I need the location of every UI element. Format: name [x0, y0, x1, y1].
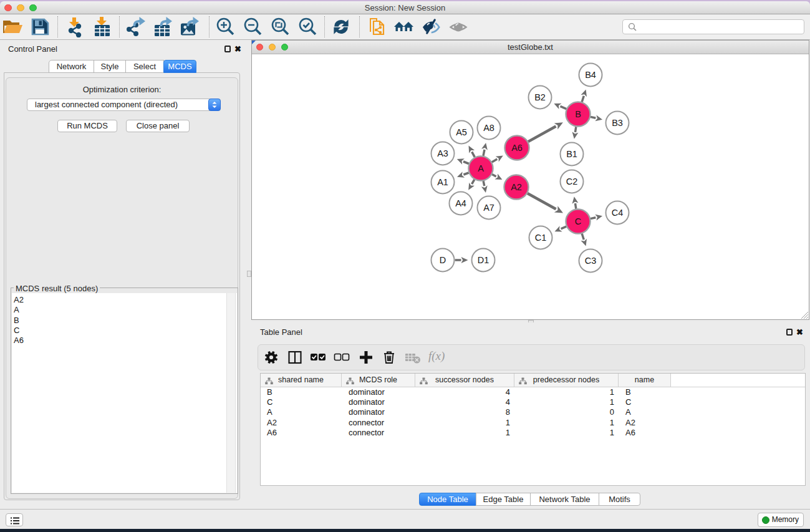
svg-text:A3: A3: [437, 148, 448, 158]
svg-text:A6: A6: [511, 143, 523, 153]
svg-text:D: D: [440, 255, 446, 265]
svg-text:A5: A5: [456, 127, 467, 137]
svg-text:A: A: [478, 163, 484, 173]
svg-text:C3: C3: [585, 256, 597, 266]
svg-text:B4: B4: [585, 70, 596, 80]
svg-text:C1: C1: [535, 233, 547, 243]
svg-text:A4: A4: [455, 198, 466, 208]
svg-text:B: B: [575, 109, 581, 119]
svg-text:C4: C4: [612, 208, 624, 218]
svg-text:A1: A1: [437, 177, 448, 187]
svg-text:B1: B1: [566, 149, 577, 159]
svg-text:C: C: [575, 216, 581, 226]
svg-text:B2: B2: [534, 92, 546, 102]
svg-text:D1: D1: [478, 255, 489, 265]
svg-text:A8: A8: [483, 123, 494, 133]
svg-text:A7: A7: [483, 203, 494, 213]
svg-text:A2: A2: [511, 182, 522, 192]
svg-text:C2: C2: [566, 177, 578, 186]
svg-text:B3: B3: [612, 118, 623, 128]
